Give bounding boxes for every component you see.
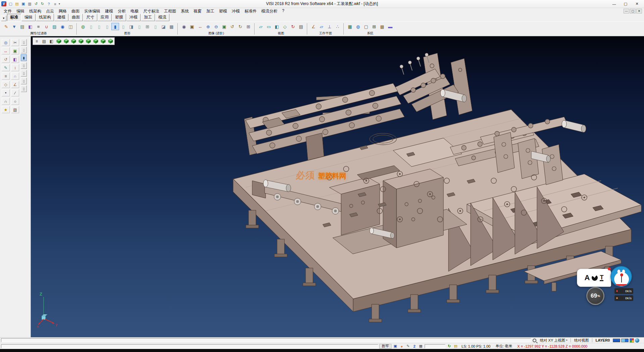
outline-icon[interactable]: ⊞ <box>144 23 151 30</box>
mirror-icon[interactable]: ◧ <box>11 56 19 63</box>
refresh-icon[interactable]: ↻ <box>446 344 452 349</box>
menu-item-7[interactable]: 建模 <box>103 8 115 14</box>
magnet-icon[interactable]: ∪ <box>43 23 50 30</box>
menu-item-3[interactable]: 点云 <box>44 8 56 14</box>
layer-color-swatch[interactable] <box>621 339 629 342</box>
mdi-restore-button[interactable]: ▢ <box>630 9 636 13</box>
menu-item-2[interactable]: 线架构 <box>27 8 44 14</box>
workplane-3pt-icon[interactable]: ∴ <box>334 23 341 30</box>
tab-线架构[interactable]: 线架构 <box>36 14 54 21</box>
settings-icon[interactable]: ≡ <box>52 1 58 7</box>
workplane-xy-icon[interactable]: ▱ <box>318 23 325 30</box>
wireframe-icon[interactable]: ▯ <box>87 23 95 30</box>
palette-icon[interactable] <box>630 338 634 343</box>
color-icon[interactable]: ◧ <box>26 23 34 30</box>
chamfer-icon[interactable]: ◇ <box>2 81 10 88</box>
rotate-view-icon[interactable]: ↻ <box>289 23 297 30</box>
tab-曲面[interactable]: 曲面 <box>69 14 83 21</box>
print-icon[interactable]: ▥ <box>27 1 33 7</box>
transparent-icon[interactable]: ▯ <box>119 23 127 30</box>
arc-icon[interactable]: ∩ <box>2 98 10 105</box>
layers-icon[interactable]: ▤ <box>18 23 26 30</box>
clip-toggle-icon[interactable]: ▯ <box>21 85 27 92</box>
menu-item-4[interactable]: 网格 <box>56 8 69 14</box>
hatch-icon[interactable]: ▨ <box>11 106 19 113</box>
undo-icon[interactable]: ↺ <box>33 1 39 7</box>
menu-item-5[interactable]: 曲面 <box>69 8 82 14</box>
clip-toggle-icon[interactable]: ▯ <box>21 39 27 46</box>
close-button[interactable]: ✕ <box>631 1 643 7</box>
offset-icon[interactable]: ≡ <box>2 73 10 80</box>
menu-item-9[interactable]: 电极 <box>128 8 141 14</box>
measure-icon[interactable]: ∠ <box>11 81 19 88</box>
iso-view-icon[interactable]: ◇ <box>281 23 289 30</box>
view-cube-icon[interactable] <box>63 38 70 44</box>
snap-field[interactable] <box>425 344 445 348</box>
layer-selector[interactable]: LAYER0 <box>594 338 612 342</box>
maximize-button[interactable]: ▢ <box>620 1 631 7</box>
view-cube-icon[interactable] <box>85 38 92 44</box>
view-cube-icon[interactable] <box>70 38 77 44</box>
fillet-icon[interactable]: ∩ <box>11 73 19 80</box>
brush-icon[interactable]: ▨ <box>51 23 58 30</box>
clip-toggle-icon[interactable]: ▮ <box>21 54 27 61</box>
search-icon[interactable] <box>533 339 536 342</box>
tab-加工[interactable]: 加工 <box>141 14 155 21</box>
menu-item-18[interactable]: 模流分析 <box>259 8 280 14</box>
menu-item-1[interactable]: 编辑 <box>14 8 27 14</box>
widget-bubble[interactable]: A T <box>577 269 611 287</box>
filter-icon[interactable]: ▼ <box>10 23 18 30</box>
doraemon-widget[interactable]: A T 69 % <box>577 266 635 308</box>
menu-item-10[interactable]: 尺寸标注 <box>141 8 162 14</box>
view-pane-icon[interactable]: ◧ <box>48 38 55 44</box>
top-view-icon[interactable]: ▭ <box>265 23 273 30</box>
point-icon[interactable]: • <box>2 89 10 96</box>
line-style-icon[interactable]: ≡ <box>35 23 42 30</box>
lock-icon[interactable]: ◫ <box>67 23 74 30</box>
pan-icon[interactable]: ↔ <box>196 23 204 30</box>
zoom-out-icon[interactable]: ⊖ <box>212 23 220 30</box>
grid-icon[interactable]: ▦ <box>418 344 424 349</box>
menu-item-16[interactable]: 冲模 <box>229 8 242 14</box>
view-window-icon[interactable]: ▤ <box>41 38 48 44</box>
extend-icon[interactable]: ↕ <box>11 64 19 71</box>
ghost-icon[interactable]: ▯ <box>136 23 143 30</box>
copy-icon[interactable]: ▣ <box>11 47 19 54</box>
help-icon[interactable]: ? <box>46 1 52 7</box>
move-icon[interactable]: ↔ <box>2 47 10 54</box>
eye-icon[interactable]: ◉ <box>59 23 66 30</box>
side-view-icon[interactable]: ◧ <box>273 23 281 30</box>
background-icon[interactable]: ▩ <box>168 23 175 30</box>
dynamic-view-icon[interactable]: ↻ <box>236 23 244 30</box>
minimize-button[interactable]: — <box>608 1 620 7</box>
globe-icon[interactable]: ◍ <box>354 23 362 30</box>
mdi-close-button[interactable]: ✕ <box>636 9 642 13</box>
tab-建模[interactable]: 建模 <box>54 14 68 21</box>
model-viewport[interactable]: ≡▤◧ <box>31 36 644 337</box>
rotate-icon[interactable]: ↺ <box>2 56 10 63</box>
zoom-window-icon[interactable]: ▣ <box>220 23 228 30</box>
menu-item-11[interactable]: 工程图 <box>162 8 178 14</box>
tab-应用[interactable]: 应用 <box>98 14 112 21</box>
lock-button[interactable]: 拴牢 <box>379 344 391 349</box>
front-view-icon[interactable]: ▱ <box>257 23 265 30</box>
calc-icon[interactable]: ▩ <box>378 23 386 30</box>
view-cube-icon[interactable] <box>107 38 114 44</box>
shaded-edges-icon[interactable]: ▮ <box>111 23 119 30</box>
texture-icon[interactable]: ▯ <box>152 23 159 30</box>
command-input-field[interactable] <box>1 344 378 348</box>
menu-item-12[interactable]: 系统 <box>178 8 191 14</box>
clip-toggle-icon[interactable]: ▯ <box>21 70 27 77</box>
workplane-icon[interactable]: ∠ <box>310 23 317 30</box>
clip-toggle-icon[interactable]: ▯ <box>21 47 27 53</box>
save-icon[interactable]: ▣ <box>20 1 26 7</box>
full-view-icon[interactable]: ⊞ <box>245 23 252 30</box>
camera-icon[interactable]: ◉ <box>180 23 188 30</box>
menu-item-6[interactable]: 实体编辑 <box>82 8 103 14</box>
grid-settings-icon[interactable]: ▦ <box>346 23 354 30</box>
clip-toggle-icon[interactable]: ▯ <box>21 78 27 84</box>
qat-caret-icon[interactable]: ▾ <box>59 2 60 5</box>
snap-2-icon[interactable]: 2 <box>412 344 417 349</box>
circle-icon[interactable]: ○ <box>11 98 19 105</box>
absolute-view-selector[interactable]: 绝对视图 <box>572 338 591 343</box>
